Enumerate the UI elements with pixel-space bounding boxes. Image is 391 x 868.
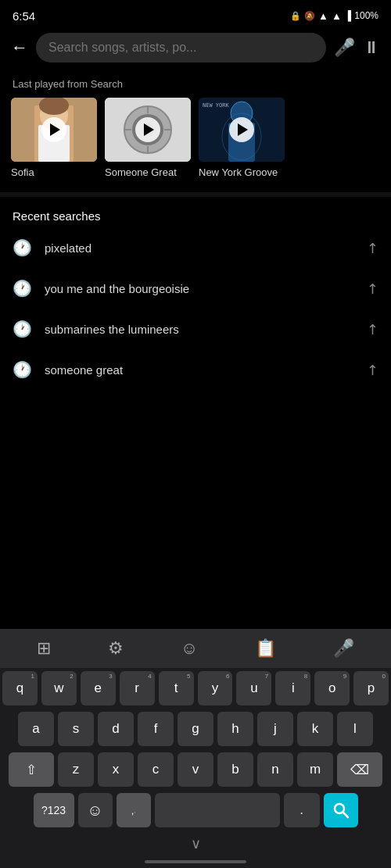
key-a[interactable]: a — [18, 712, 54, 746]
key-row-bottom: ?123 ☺ ,ˌ . — [2, 793, 389, 827]
recent-searches-section: Recent searches 🕐 pixelated ↗ 🕐 you me a… — [0, 197, 391, 390]
key-l[interactable]: l — [337, 712, 373, 746]
album-thumb-someone[interactable] — [105, 98, 191, 162]
history-icon-1: 🕐 — [13, 238, 32, 257]
key-num123[interactable]: ?123 — [34, 793, 74, 827]
search-text-3: submarines the lumineers — [45, 323, 354, 336]
key-g[interactable]: g — [178, 712, 213, 746]
search-icon — [332, 802, 350, 819]
album-item-nyg[interactable]: NEW YORK New York Groove — [199, 98, 285, 178]
battery-icon: ▐ — [345, 10, 352, 21]
key-b[interactable]: b — [217, 752, 253, 787]
search-item-4[interactable]: 🕐 someone great ↗ — [0, 349, 391, 390]
last-played-section: Last played from Search Sofia — [0, 67, 391, 192]
play-button-nyg[interactable] — [229, 117, 254, 142]
status-bar: 6:54 🔒 🔕 ▲ ▲ ▐ 100% — [0, 0, 391, 28]
svg-text:NEW YORK: NEW YORK — [203, 102, 230, 109]
status-time: 6:54 — [13, 9, 35, 23]
key-r[interactable]: 4r — [120, 671, 155, 705]
key-search-button[interactable] — [324, 793, 358, 827]
key-o[interactable]: 9o — [314, 671, 350, 705]
svg-line-21 — [343, 813, 348, 817]
key-m[interactable]: m — [297, 752, 333, 787]
key-y[interactable]: 6y — [198, 671, 233, 705]
key-t[interactable]: 5t — [159, 671, 194, 705]
key-q[interactable]: 1q — [2, 671, 38, 705]
key-c[interactable]: c — [138, 752, 174, 787]
audio-waves-icon[interactable]: ⏸ — [363, 38, 380, 58]
home-indicator — [145, 860, 246, 863]
key-row-3: ⇧ z x c v b n m ⌫ — [2, 752, 389, 787]
key-shift[interactable]: ⇧ — [9, 752, 54, 787]
album-thumb-nyg[interactable]: NEW YORK — [199, 98, 285, 162]
key-u[interactable]: 7u — [236, 671, 271, 705]
key-p[interactable]: 0p — [353, 671, 389, 705]
key-j[interactable]: j — [257, 712, 293, 746]
key-n[interactable]: n — [257, 752, 293, 787]
key-row-1: 1q 2w 3e 4r 5t 6y 7u 8i 9o 0p — [2, 671, 389, 705]
keyboard-emoji-icon[interactable]: ☺ — [174, 635, 204, 662]
key-emoji[interactable]: ☺ — [78, 793, 113, 827]
album-item-someone-great[interactable]: Someone Great — [105, 98, 191, 178]
keyboard-toolbar: ⊞ ⚙ ☺ 📋 🎤 — [0, 629, 391, 668]
history-icon-4: 🕐 — [13, 360, 32, 379]
arrow-icon-3: ↗ — [362, 319, 382, 339]
search-item-1[interactable]: 🕐 pixelated ↗ — [0, 227, 391, 268]
last-played-label: Last played from Search — [0, 67, 391, 98]
arrow-icon-2: ↗ — [362, 278, 382, 298]
keyboard-mic-icon[interactable]: 🎤 — [327, 635, 361, 662]
keyboard-grid-icon[interactable]: ⊞ — [30, 635, 57, 662]
key-period[interactable]: . — [284, 793, 320, 827]
search-bar-container[interactable] — [36, 33, 326, 63]
search-text-4: someone great — [45, 363, 354, 377]
keyboard-clipboard-icon[interactable]: 📋 — [249, 635, 282, 662]
mic-icon[interactable]: 🎤 — [334, 38, 355, 58]
key-h[interactable]: h — [217, 712, 253, 746]
keyboard-rows: 1q 2w 3e 4r 5t 6y 7u 8i 9o 0p a s d f g … — [0, 668, 391, 832]
wifi-icon: ▲ — [332, 10, 342, 22]
key-x[interactable]: x — [98, 752, 134, 787]
key-z[interactable]: z — [58, 752, 94, 787]
key-v[interactable]: v — [178, 752, 213, 787]
mute-icon: 🔕 — [304, 11, 315, 21]
key-space[interactable] — [155, 793, 280, 827]
key-w[interactable]: 2w — [41, 671, 77, 705]
album-name-sofia: Sofia — [11, 166, 97, 178]
back-button[interactable]: ← — [11, 38, 28, 58]
search-input[interactable] — [48, 41, 314, 55]
arrow-icon-4: ↗ — [362, 359, 382, 380]
arrow-icon-1: ↗ — [362, 238, 382, 258]
signal-icon: ▲ — [318, 10, 328, 22]
search-text-2: you me and the bourgeoisie — [45, 282, 354, 295]
key-s[interactable]: s — [58, 712, 94, 746]
battery-label: 100% — [354, 10, 378, 21]
chevron-down-area[interactable]: ∨ — [0, 832, 391, 859]
search-item-3[interactable]: 🕐 submarines the lumineers ↗ — [0, 309, 391, 349]
album-thumb-sofia[interactable] — [11, 98, 97, 162]
album-name-someone: Someone Great — [105, 166, 191, 178]
album-name-nyg: New York Groove — [199, 166, 285, 178]
key-backspace[interactable]: ⌫ — [337, 752, 382, 787]
keyboard-settings-icon[interactable]: ⚙ — [102, 635, 130, 662]
key-f[interactable]: f — [138, 712, 174, 746]
lock-icon: 🔒 — [290, 11, 301, 21]
history-icon-3: 🕐 — [13, 320, 32, 338]
last-played-row: Sofia Someone Gr — [0, 98, 391, 192]
status-icons: 🔒 🔕 ▲ ▲ ▐ 100% — [290, 10, 378, 22]
search-area: ← 🎤 ⏸ — [0, 28, 391, 67]
play-button-someone[interactable] — [135, 117, 160, 142]
key-comma[interactable]: ,ˌ — [117, 793, 151, 827]
key-e[interactable]: 3e — [81, 671, 116, 705]
search-item-2[interactable]: 🕐 you me and the bourgeoisie ↗ — [0, 268, 391, 309]
album-item-sofia[interactable]: Sofia — [11, 98, 97, 178]
play-button-sofia[interactable] — [41, 117, 66, 142]
keyboard: ⊞ ⚙ ☺ 📋 🎤 1q 2w 3e 4r 5t 6y 7u 8i 9o 0p … — [0, 629, 391, 868]
search-text-1: pixelated — [45, 241, 354, 255]
chevron-down-icon[interactable]: ∨ — [191, 835, 201, 852]
history-icon-2: 🕐 — [13, 279, 32, 298]
key-i[interactable]: 8i — [275, 671, 310, 705]
key-row-2: a s d f g h j k l — [2, 712, 389, 746]
key-k[interactable]: k — [297, 712, 333, 746]
recent-searches-label: Recent searches — [0, 197, 391, 227]
key-d[interactable]: d — [98, 712, 134, 746]
